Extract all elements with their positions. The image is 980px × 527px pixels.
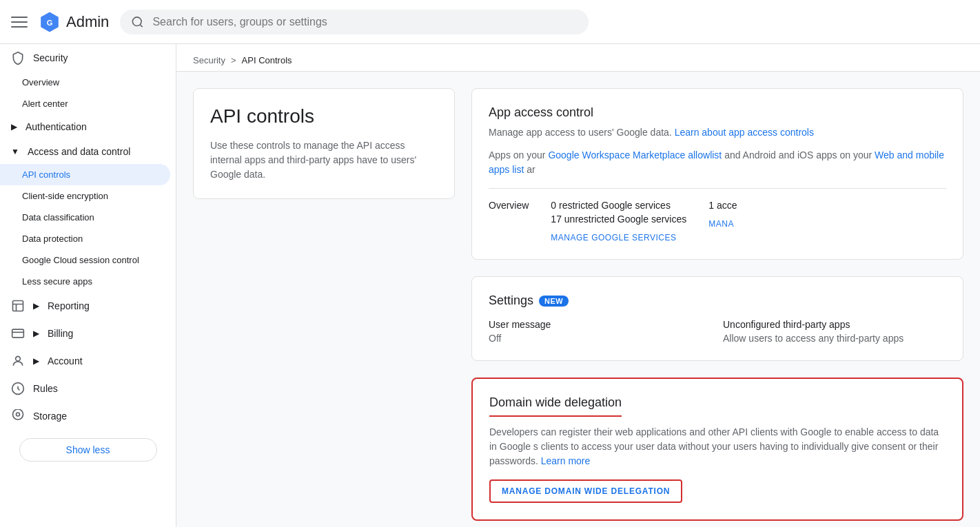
svg-point-2 (133, 17, 142, 25)
domain-wide-delegation-card: Domain wide delegation Developers can re… (471, 378, 963, 521)
show-less-button[interactable]: Show less (19, 438, 157, 462)
security-icon (11, 51, 25, 65)
new-badge: NEW (539, 296, 569, 307)
user-message-setting: User message Off (489, 319, 712, 344)
svg-text:G: G (47, 18, 53, 26)
settings-title: Settings (489, 293, 533, 308)
search-icon (131, 15, 144, 29)
user-message-value: Off (489, 333, 712, 344)
less-secure-apps-label: Less secure apps (22, 276, 92, 287)
overview-row: Overview 0 restricted Google services 17… (489, 200, 946, 242)
sidebar-item-data-classification[interactable]: Data classification (0, 207, 170, 228)
left-panel: API controls Use these controls to manag… (193, 88, 455, 521)
authentication-label: Authentication (25, 121, 87, 132)
sidebar-item-rules[interactable]: Rules (0, 375, 170, 402)
svg-rect-4 (13, 301, 23, 311)
api-controls-description: Use these controls to manage the API acc… (210, 138, 438, 182)
manage-right-link[interactable]: MANA (708, 219, 737, 229)
rules-label: Rules (33, 383, 58, 394)
chevron-right-icon: ▶ (11, 122, 17, 132)
sidebar-item-billing[interactable]: ▶ Billing (0, 320, 170, 347)
topbar: G Admin (0, 0, 980, 44)
svg-point-7 (16, 356, 21, 361)
overview-values-col: 0 restricted Google services 17 unrestri… (551, 200, 686, 242)
api-controls-label: API controls (22, 169, 70, 180)
app-title: Admin (66, 13, 109, 31)
right-panel: App access control Manage app access to … (471, 88, 963, 521)
settings-grid: User message Off Unconfigured third-part… (489, 319, 946, 344)
app-access-control-desc: Manage app access to users' Google data.… (489, 125, 946, 140)
api-controls-card: API controls Use these controls to manag… (193, 88, 455, 199)
alert-center-label: Alert center (22, 99, 68, 109)
overview-label-col: Overview (489, 200, 529, 242)
settings-card: Settings NEW User message Off Unconfigur… (471, 276, 963, 361)
unrestricted-services: 17 unrestricted Google services (551, 214, 686, 225)
overview-label: Overview (22, 77, 59, 87)
client-side-encryption-label: Client-side encryption (22, 191, 108, 201)
sidebar-item-security[interactable]: Security (0, 44, 170, 72)
breadcrumb: Security > API Controls (176, 44, 980, 72)
main-layout: Security Overview Alert center ▶ Authent… (0, 44, 980, 527)
svg-rect-5 (12, 329, 24, 338)
search-bar[interactable] (120, 10, 589, 34)
app-access-control-title: App access control (489, 105, 946, 120)
billing-label: Billing (48, 328, 73, 339)
sidebar-item-google-cloud-session[interactable]: Google Cloud session control (0, 249, 170, 271)
google-cloud-session-label: Google Cloud session control (22, 255, 139, 265)
chevron-right-billing-icon: ▶ (33, 329, 39, 338)
sidebar-item-api-controls[interactable]: API controls (0, 164, 170, 185)
delegation-description: Developers can register their web applic… (489, 425, 946, 468)
delegation-title: Domain wide delegation (489, 395, 622, 417)
breadcrumb-current: API Controls (242, 55, 292, 65)
account-icon (11, 354, 25, 368)
sidebar-item-client-side-encryption[interactable]: Client-side encryption (0, 185, 170, 207)
google-logo-icon: G (39, 11, 61, 33)
search-input[interactable] (152, 16, 578, 28)
sidebar-item-authentication[interactable]: ▶ Authentication (0, 114, 170, 139)
access-data-control-label: Access and data control (28, 146, 130, 157)
rules-icon (11, 382, 25, 395)
sidebar: Security Overview Alert center ▶ Authent… (0, 44, 176, 527)
chevron-right-account-icon: ▶ (33, 356, 39, 366)
logo-area: G Admin (39, 11, 109, 33)
data-classification-label: Data classification (22, 212, 94, 223)
app-access-control-card: App access control Manage app access to … (471, 88, 963, 260)
chevron-right-reporting-icon: ▶ (33, 301, 39, 311)
content-panels: API controls Use these controls to manag… (176, 72, 980, 527)
svg-line-3 (141, 24, 143, 26)
breadcrumb-security[interactable]: Security (193, 55, 225, 65)
reporting-label: Reporting (48, 300, 90, 311)
sidebar-item-overview[interactable]: Overview (0, 72, 170, 93)
delegation-learn-more-link[interactable]: Learn more (541, 455, 591, 466)
unconfigured-value: Allow users to access any third-party ap… (723, 333, 946, 344)
storage-label: Storage (33, 411, 67, 422)
sidebar-item-data-protection[interactable]: Data protection (0, 228, 170, 249)
manage-google-services-link[interactable]: MANAGE GOOGLE SERVICES (551, 233, 686, 242)
data-protection-label: Data protection (22, 234, 83, 244)
sidebar-item-account[interactable]: ▶ Account (0, 347, 170, 375)
reporting-icon (11, 299, 25, 313)
billing-icon (11, 327, 25, 340)
unconfigured-apps-setting: Unconfigured third-party apps Allow user… (723, 319, 946, 344)
learn-about-app-access-link[interactable]: Learn about app access controls (675, 127, 814, 138)
settings-header: Settings NEW (489, 293, 946, 308)
access-count: 1 acce (708, 200, 737, 211)
security-label: Security (33, 52, 68, 63)
overview-access-col: 1 acce MANA (708, 200, 737, 242)
storage-icon (11, 409, 25, 423)
api-controls-title: API controls (210, 105, 438, 127)
marketplace-link[interactable]: Google Workspace Marketplace allowlist (548, 149, 722, 161)
marketplace-desc: Apps on your Google Workspace Marketplac… (489, 148, 946, 177)
content-area: Security > API Controls API controls Use… (176, 44, 980, 527)
user-message-label: User message (489, 319, 712, 330)
manage-domain-wide-delegation-button[interactable]: MANAGE DOMAIN WIDE DELEGATION (489, 479, 682, 503)
chevron-down-icon: ▼ (11, 147, 19, 156)
sidebar-item-less-secure-apps[interactable]: Less secure apps (0, 271, 170, 292)
sidebar-item-alert-center[interactable]: Alert center (0, 93, 170, 114)
menu-icon[interactable] (11, 14, 28, 30)
account-label: Account (48, 355, 83, 366)
sidebar-item-reporting[interactable]: ▶ Reporting (0, 292, 170, 320)
sidebar-item-storage[interactable]: Storage (0, 402, 170, 430)
sidebar-item-access-data-control[interactable]: ▼ Access and data control (0, 139, 170, 164)
restricted-services: 0 restricted Google services (551, 200, 686, 211)
